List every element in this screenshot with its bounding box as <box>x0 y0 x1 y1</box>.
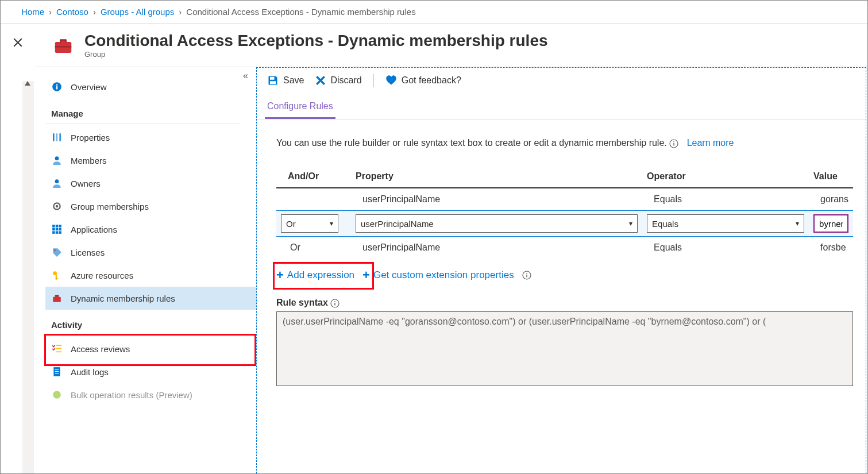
sidebar-item-label: Group memberships <box>71 202 149 211</box>
svg-rect-26 <box>56 278 59 279</box>
svg-rect-19 <box>59 228 61 231</box>
svg-rect-8 <box>56 133 57 141</box>
sidebar-item-label: Members <box>71 156 107 165</box>
briefcase-icon <box>51 292 63 304</box>
learn-more-link[interactable]: Learn more <box>687 138 734 148</box>
table-row: userPrincipalName Equals gorans <box>276 188 853 211</box>
svg-rect-15 <box>56 225 59 228</box>
rules-table: And/Or Property Operator Value userPrinc… <box>276 165 853 259</box>
sidebar-item-bulk-results[interactable]: Bulk operation results (Preview) <box>45 383 256 406</box>
svg-rect-35 <box>55 373 59 373</box>
results-icon <box>51 389 63 400</box>
sidebar-item-properties[interactable]: Properties <box>45 126 256 149</box>
close-icon[interactable] <box>13 37 23 473</box>
cell-operator: Equals <box>642 188 809 211</box>
rule-syntax-textbox[interactable]: (user.userPrincipalName -eq "goransson@c… <box>276 311 853 386</box>
svg-rect-30 <box>56 348 61 349</box>
cell-andor: Or <box>276 237 351 259</box>
checklist-icon <box>51 343 63 354</box>
document-icon <box>51 366 63 377</box>
value-input[interactable] <box>813 214 848 233</box>
chevron-right-icon: › <box>93 7 96 17</box>
table-row-active: Or ▾ userPrincipalName ▾ <box>276 211 853 237</box>
sidebar-item-label: Dynamic membership rules <box>71 294 175 303</box>
sidebar-item-label: Azure resources <box>71 271 133 280</box>
page-title: Conditional Access Exceptions - Dynamic … <box>84 32 548 50</box>
tab-configure-rules[interactable]: Configure Rules <box>265 95 335 119</box>
sidebar-item-audit-logs[interactable]: Audit logs <box>45 360 256 383</box>
svg-rect-44 <box>526 273 527 274</box>
sidebar-item-azure-resources[interactable]: Azure resources <box>45 264 256 287</box>
column-operator: Operator <box>642 165 809 188</box>
feedback-button[interactable]: Got feedback? <box>385 75 461 86</box>
sidebar-item-access-reviews[interactable]: Access reviews <box>45 337 256 360</box>
chevron-right-icon: › <box>49 7 52 17</box>
svg-rect-33 <box>55 369 59 370</box>
toolbar: Save Discard Got feedback? <box>257 68 866 93</box>
cell-value: gorans <box>809 188 853 211</box>
breadcrumb-tenant[interactable]: Contoso <box>56 7 88 17</box>
svg-rect-47 <box>335 301 335 302</box>
sidebar-item-group-memberships[interactable]: Group memberships <box>45 195 256 218</box>
feedback-label: Got feedback? <box>402 75 461 86</box>
save-label: Save <box>283 75 304 86</box>
breadcrumb: Home › Contoso › Groups - All groups › C… <box>1 1 867 24</box>
cell-andor <box>276 188 351 211</box>
table-row: Or userPrincipalName Equals forsbe <box>276 237 853 259</box>
sidebar-item-applications[interactable]: Applications <box>45 218 256 241</box>
person-icon <box>51 155 63 166</box>
svg-rect-41 <box>674 141 674 142</box>
briefcase-icon <box>52 34 74 56</box>
tag-icon <box>51 246 63 258</box>
svg-rect-14 <box>52 225 55 228</box>
operator-dropdown[interactable]: Equals ▾ <box>647 214 804 233</box>
chevron-down-icon: ▾ <box>629 219 632 228</box>
cell-operator: Equals <box>642 237 809 259</box>
svg-rect-18 <box>56 228 59 231</box>
custom-extension-button[interactable]: + Get custom extension properties <box>362 269 514 282</box>
property-dropdown[interactable]: userPrincipalName ▾ <box>356 214 638 233</box>
blade-content: Save Discard Got feedback? Configure Rul… <box>256 67 866 473</box>
svg-point-36 <box>53 391 61 399</box>
sidebar-item-label: Licenses <box>71 248 105 257</box>
svg-rect-9 <box>60 133 61 141</box>
discard-button[interactable]: Discard <box>315 75 361 86</box>
grid-icon <box>51 223 63 235</box>
chevron-down-icon: ▾ <box>330 219 333 228</box>
discard-label: Discard <box>330 75 361 86</box>
cell-property: userPrincipalName <box>351 237 642 259</box>
sidebar-item-label: Audit logs <box>71 367 109 377</box>
breadcrumb-groups[interactable]: Groups - All groups <box>101 7 174 17</box>
info-icon <box>330 299 340 308</box>
info-icon <box>669 139 678 148</box>
breadcrumb-home[interactable]: Home <box>21 7 44 17</box>
sidebar-item-overview[interactable]: Overview <box>45 75 256 98</box>
svg-rect-37 <box>270 77 275 80</box>
svg-rect-1 <box>55 46 72 47</box>
svg-rect-38 <box>270 81 276 84</box>
svg-rect-40 <box>674 143 674 146</box>
sidebar-item-members[interactable]: Members <box>45 149 256 172</box>
chevron-right-icon: › <box>179 7 182 17</box>
save-button[interactable]: Save <box>267 75 304 86</box>
sidebar-item-label: Bulk operation results (Preview) <box>71 390 192 400</box>
svg-rect-43 <box>526 275 527 278</box>
column-value: Value <box>809 165 853 188</box>
info-icon <box>51 81 63 93</box>
andor-dropdown[interactable]: Or ▾ <box>281 214 338 233</box>
svg-rect-27 <box>53 297 61 302</box>
svg-rect-3 <box>61 40 65 43</box>
sidebar-item-label: Owners <box>71 179 101 188</box>
intro-text: You can use the rule builder or rule syn… <box>276 138 853 148</box>
sidebar-item-dynamic-membership[interactable]: Dynamic membership rules <box>45 287 256 310</box>
sidebar-item-label: Applications <box>71 225 117 234</box>
add-expression-button[interactable]: + Add expression <box>276 269 354 282</box>
breadcrumb-current: Conditional Access Exceptions - Dynamic … <box>186 7 415 17</box>
sidebar-item-licenses[interactable]: Licenses <box>45 241 256 264</box>
scrollbar[interactable] <box>22 81 34 473</box>
sidebar-item-owners[interactable]: Owners <box>45 172 256 195</box>
svg-rect-20 <box>52 231 55 234</box>
column-andor: And/Or <box>276 165 351 188</box>
svg-rect-7 <box>53 133 54 141</box>
plus-icon: + <box>276 269 284 282</box>
